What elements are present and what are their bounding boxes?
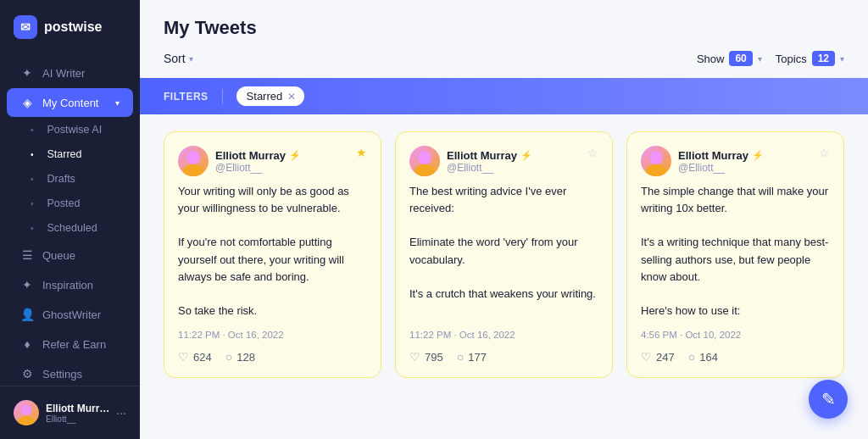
logo[interactable]: ✉ postwise	[0, 0, 140, 54]
sidebar-item-postwise-ai-label: Postwise AI	[47, 124, 103, 136]
svg-point-1	[18, 416, 35, 425]
filters-bar: FILTERS Starred ✕	[140, 78, 868, 114]
page-title: My Tweets	[164, 17, 844, 39]
author-handle: @Elliott__	[678, 162, 764, 174]
sidebar-item-starred-label: Starred	[47, 148, 82, 160]
close-icon[interactable]: ✕	[287, 91, 296, 103]
avatar	[641, 146, 671, 176]
author-name: Elliott Murray ⚡	[447, 149, 532, 162]
likes-count: 795	[425, 351, 443, 364]
tweet-card-header: Elliott Murray ⚡ @Elliott__ ☆	[641, 146, 830, 176]
author-info: Elliott Murray ⚡ @Elliott__	[678, 149, 764, 174]
sidebar-item-starred[interactable]: Starred	[7, 142, 133, 166]
ai-writer-icon: ✦	[20, 66, 34, 80]
sort-label: Sort	[164, 52, 186, 65]
avatar	[178, 146, 209, 176]
ghostwriter-icon: 👤	[20, 308, 34, 321]
svg-point-5	[415, 164, 435, 176]
sidebar-item-my-content[interactable]: ◈ My Content ▾	[7, 88, 133, 117]
sidebar-item-ghostwriter[interactable]: 👤 GhostWriter	[7, 300, 133, 329]
toolbar: Sort ▾ Show 60 ▾ Topics 12 ▾	[164, 51, 844, 66]
heart-icon: ♡	[178, 350, 189, 364]
lightning-icon: ⚡	[752, 150, 764, 161]
topics-label: Topics	[776, 53, 807, 65]
comments-stat[interactable]: ○ 177	[457, 350, 487, 364]
sidebar-nav: ✦ AI Writer ◈ My Content ▾ Postwise AI S…	[0, 54, 140, 386]
user-info: Elliott Murray ⚡ Elliott__	[46, 403, 109, 424]
show-group: Show 60 ▾	[697, 51, 762, 66]
tweet-author: Elliott Murray ⚡ @Elliott__	[641, 146, 764, 176]
author-handle: @Elliott__	[215, 162, 301, 174]
tweet-card: Elliott Murray ⚡ @Elliott__ ★ Your writi…	[164, 131, 381, 378]
likes-stat[interactable]: ♡ 624	[178, 350, 212, 364]
tweet-card-header: Elliott Murray ⚡ @Elliott__ ☆	[409, 146, 598, 176]
user-name: Elliott Murray ⚡	[46, 403, 109, 414]
sort-button[interactable]: Sort ▾	[164, 52, 193, 65]
sidebar-item-drafts[interactable]: Drafts	[7, 167, 133, 191]
more-icon[interactable]: ···	[116, 406, 126, 420]
author-info: Elliott Murray ⚡ @Elliott__	[447, 149, 532, 174]
comments-count: 128	[236, 351, 255, 364]
compose-button[interactable]: ✎	[809, 380, 848, 419]
filter-chip-label: Starred	[247, 90, 283, 103]
sidebar-item-ghostwriter-label: GhostWriter	[42, 308, 101, 321]
refer-earn-icon: ♦	[20, 337, 34, 351]
sidebar-item-refer-earn[interactable]: ♦ Refer & Earn	[7, 330, 133, 358]
author-info: Elliott Murray ⚡ @Elliott__	[215, 149, 301, 174]
tweet-stats: ♡ 795 ○ 177	[409, 350, 598, 364]
main-content: My Tweets Sort ▾ Show 60 ▾ Topics 12 ▾	[140, 0, 868, 439]
sort-chevron-icon: ▾	[189, 54, 193, 64]
chevron-down-icon: ▾	[115, 98, 120, 108]
tweet-timestamp: 11:22 PM · Oct 16, 2022	[409, 330, 598, 340]
user-profile[interactable]: Elliott Murray ⚡ Elliott__ ···	[7, 393, 133, 432]
show-chevron-icon[interactable]: ▾	[758, 54, 762, 64]
tweet-body: The best writing advice I've ever receiv…	[409, 183, 598, 320]
tweets-area: Elliott Murray ⚡ @Elliott__ ★ Your writi…	[140, 114, 868, 439]
sidebar-item-scheduled-label: Scheduled	[47, 222, 97, 234]
sidebar-item-inspiration-label: Inspiration	[42, 279, 93, 292]
sidebar-item-scheduled[interactable]: Scheduled	[7, 216, 133, 240]
author-handle: @Elliott__	[447, 162, 532, 174]
star-icon[interactable]: ☆	[819, 146, 830, 159]
comments-stat[interactable]: ○ 164	[688, 350, 718, 364]
tweet-author: Elliott Murray ⚡ @Elliott__	[409, 146, 532, 176]
star-icon[interactable]: ☆	[587, 146, 598, 159]
topics-chevron-icon[interactable]: ▾	[840, 54, 844, 64]
queue-icon: ☰	[20, 248, 34, 262]
avatar	[14, 400, 39, 425]
sidebar-item-ai-writer-label: AI Writer	[42, 67, 85, 80]
topics-count-badge: 12	[812, 51, 835, 66]
likes-count: 247	[656, 351, 675, 364]
sidebar-item-posted-label: Posted	[47, 197, 81, 209]
sidebar-item-posted[interactable]: Posted	[7, 192, 133, 215]
tweet-timestamp: 4:56 PM · Oct 10, 2022	[641, 330, 830, 340]
sidebar-item-ai-writer[interactable]: ✦ AI Writer	[7, 58, 133, 87]
user-handle: Elliott__	[46, 414, 109, 424]
my-content-icon: ◈	[20, 96, 34, 109]
likes-stat[interactable]: ♡ 247	[641, 350, 675, 364]
comments-stat[interactable]: ○ 128	[225, 350, 255, 364]
tweet-card: Elliott Murray ⚡ @Elliott__ ☆ The best w…	[395, 131, 613, 378]
settings-icon: ⚙	[20, 367, 34, 381]
likes-count: 624	[193, 351, 212, 364]
sidebar-bottom: Elliott Murray ⚡ Elliott__ ···	[0, 386, 140, 439]
inspiration-icon: ✦	[20, 278, 34, 292]
sidebar-item-queue[interactable]: ☰ Queue	[7, 241, 133, 270]
star-icon[interactable]: ★	[356, 146, 367, 159]
filter-chip-starred[interactable]: Starred ✕	[236, 86, 305, 106]
sidebar-item-inspiration[interactable]: ✦ Inspiration	[7, 270, 133, 299]
likes-stat[interactable]: ♡ 795	[409, 350, 443, 364]
logo-icon: ✉	[14, 15, 37, 39]
comments-count: 164	[699, 351, 718, 364]
tweet-card-header: Elliott Murray ⚡ @Elliott__ ★	[178, 146, 367, 176]
filters-label: FILTERS	[164, 91, 209, 103]
tweet-card: Elliott Murray ⚡ @Elliott__ ☆ The simple…	[626, 131, 844, 378]
sidebar-item-postwise-ai[interactable]: Postwise AI	[7, 118, 133, 142]
tweet-stats: ♡ 247 ○ 164	[641, 350, 830, 364]
toolbar-right: Show 60 ▾ Topics 12 ▾	[697, 51, 844, 66]
sidebar-item-settings[interactable]: ⚙ Settings	[7, 359, 133, 386]
comment-icon: ○	[688, 350, 695, 364]
svg-point-7	[646, 164, 666, 176]
logo-text: postwise	[44, 19, 102, 35]
comment-icon: ○	[457, 350, 464, 364]
